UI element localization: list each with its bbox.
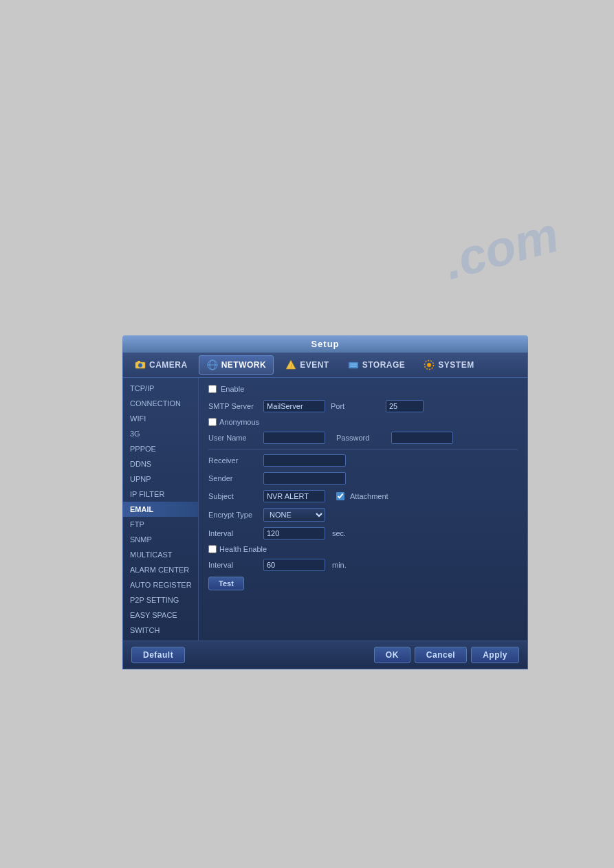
sidebar-item-multicast[interactable]: MULTICAST: [123, 547, 198, 562]
sender-row: Sender: [208, 472, 518, 485]
dialog-body: CAMERA NETWORK !: [122, 353, 528, 669]
sender-label: Sender: [208, 474, 258, 482]
network-tab-icon: [206, 359, 219, 371]
port-input[interactable]: [386, 400, 424, 412]
anonymous-label[interactable]: Anonymous: [208, 418, 259, 426]
default-btn-group: Default: [131, 647, 185, 663]
receiver-label: Receiver: [208, 456, 258, 465]
enable-label[interactable]: Enable: [221, 385, 244, 393]
health-enable-checkbox[interactable]: [208, 545, 217, 553]
health-interval-unit: min.: [332, 561, 347, 569]
encrypt-type-row: Encrypt Type NONE SSL TLS: [208, 508, 518, 522]
receiver-input[interactable]: [263, 454, 346, 467]
enable-checkbox[interactable]: [208, 385, 217, 393]
interval-row: Interval sec.: [208, 527, 518, 539]
username-label: User Name: [208, 434, 258, 442]
health-enable-row: Health Enable: [208, 545, 518, 553]
action-btn-group: OK Cancel Apply: [374, 647, 519, 663]
sidebar-item-upnp[interactable]: UPNP: [123, 471, 198, 487]
sidebar-item-connection[interactable]: CONNECTION: [123, 396, 198, 411]
sidebar-item-p2psetting[interactable]: P2P SETTING: [123, 592, 198, 608]
tab-bar: CAMERA NETWORK !: [123, 353, 527, 378]
cancel-button[interactable]: Cancel: [415, 647, 467, 663]
svg-rect-2: [138, 361, 140, 363]
tab-system[interactable]: SYSTEM: [416, 356, 481, 374]
sidebar-item-switch[interactable]: SWITCH: [123, 623, 198, 638]
subject-input[interactable]: [263, 490, 325, 502]
sidebar: TCP/IP CONNECTION WIFI 3G PPPOE DDNS UPN…: [123, 378, 199, 641]
anonymous-row: Anonymous: [208, 418, 518, 426]
interval-label: Interval: [208, 529, 258, 537]
health-interval-row: Interval min.: [208, 559, 518, 571]
tab-storage-label: STORAGE: [362, 360, 406, 370]
smtp-server-input[interactable]: [263, 400, 325, 412]
subject-row: Subject Attachment: [208, 490, 518, 502]
health-enable-label[interactable]: Health Enable: [208, 545, 267, 553]
sidebar-item-tcpip[interactable]: TCP/IP: [123, 381, 198, 396]
svg-rect-10: [350, 366, 357, 367]
main-content: TCP/IP CONNECTION WIFI 3G PPPOE DDNS UPN…: [123, 378, 527, 641]
tab-network-label: NETWORK: [221, 360, 267, 370]
dialog-title: Setup: [122, 335, 528, 353]
health-enable-text: Health Enable: [219, 545, 267, 553]
tab-network[interactable]: NETWORK: [199, 355, 274, 375]
enable-row: Enable: [208, 385, 518, 393]
tab-event[interactable]: ! EVENT: [278, 356, 336, 374]
anonymous-checkbox[interactable]: [208, 418, 217, 426]
default-button[interactable]: Default: [131, 647, 185, 663]
attachment-checkbox[interactable]: [336, 492, 344, 500]
sidebar-item-autoregister[interactable]: AUTO REGISTER: [123, 577, 198, 592]
anonymous-text: Anonymous: [219, 418, 259, 426]
tab-system-label: SYSTEM: [438, 360, 474, 370]
watermark: .com: [438, 206, 564, 291]
sender-input[interactable]: [263, 472, 346, 485]
tab-storage[interactable]: STORAGE: [340, 356, 413, 374]
tab-event-label: EVENT: [300, 360, 329, 370]
sidebar-item-3g[interactable]: 3G: [123, 426, 198, 441]
receiver-row: Receiver: [208, 454, 518, 467]
tab-camera-label: CAMERA: [149, 360, 188, 370]
storage-tab-icon: [347, 359, 360, 371]
health-interval-label: Interval: [208, 561, 258, 569]
test-button[interactable]: Test: [208, 577, 244, 590]
attachment-text: Attachment: [350, 492, 388, 500]
smtp-server-label: SMTP Server: [208, 402, 258, 410]
attachment-label[interactable]: Attachment: [336, 492, 388, 500]
apply-button[interactable]: Apply: [471, 647, 519, 663]
encrypt-type-select[interactable]: NONE SSL TLS: [263, 508, 325, 522]
event-tab-icon: !: [285, 359, 297, 371]
sidebar-item-ddns[interactable]: DDNS: [123, 456, 198, 471]
sidebar-item-ftp[interactable]: FTP: [123, 517, 198, 532]
password-label: Password: [336, 434, 386, 442]
svg-point-1: [138, 364, 142, 368]
interval-unit: sec.: [332, 529, 346, 537]
sidebar-item-ipfilter[interactable]: IP FILTER: [123, 487, 198, 502]
sidebar-item-snmp[interactable]: SNMP: [123, 532, 198, 547]
password-input[interactable]: [391, 432, 453, 444]
content-panel: Enable SMTP Server Port Anonymous: [199, 378, 527, 641]
username-password-row: User Name Password: [208, 432, 518, 444]
smtp-server-row: SMTP Server Port: [208, 400, 518, 412]
sidebar-item-email[interactable]: EMAIL: [123, 502, 198, 517]
svg-rect-9: [350, 364, 357, 365]
sidebar-item-easyspace[interactable]: EASY SPACE: [123, 608, 198, 623]
sidebar-item-alarmcenter[interactable]: ALARM CENTER: [123, 562, 198, 577]
subject-label: Subject: [208, 492, 258, 500]
divider-1: [208, 449, 518, 450]
svg-rect-8: [349, 362, 358, 368]
port-label: Port: [331, 402, 380, 410]
health-interval-input[interactable]: [263, 559, 325, 571]
sidebar-item-pppoe[interactable]: PPPOE: [123, 441, 198, 456]
svg-point-11: [427, 363, 431, 367]
camera-tab-icon: [134, 359, 146, 371]
sidebar-item-wifi[interactable]: WIFI: [123, 411, 198, 426]
svg-text:!: !: [291, 364, 293, 368]
interval-input[interactable]: [263, 527, 325, 539]
setup-dialog: Setup CAMERA: [122, 335, 528, 669]
test-row: Test: [208, 577, 518, 590]
username-input[interactable]: [263, 432, 325, 444]
tab-camera[interactable]: CAMERA: [127, 356, 195, 374]
button-bar: Default OK Cancel Apply: [123, 641, 527, 669]
system-tab-icon: [423, 359, 435, 371]
ok-button[interactable]: OK: [374, 647, 410, 663]
